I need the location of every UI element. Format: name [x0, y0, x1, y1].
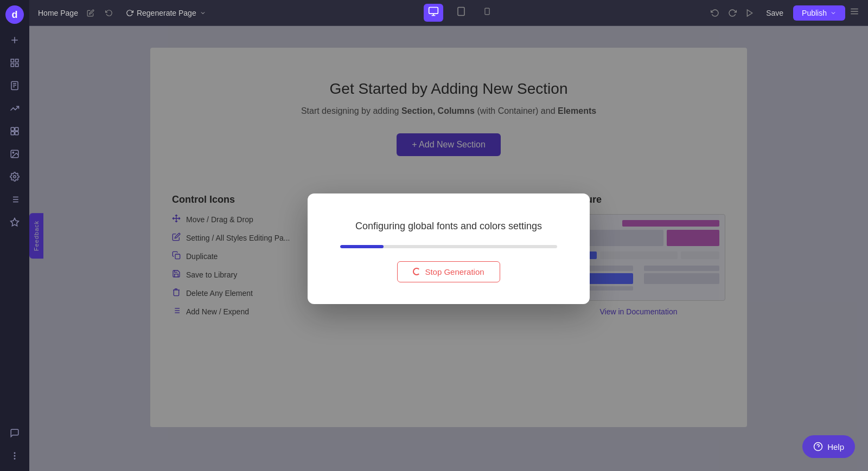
svg-marker-32: [747, 10, 752, 16]
stop-spinner-icon: [413, 268, 420, 275]
progress-bar-track: [340, 245, 557, 248]
publish-btn[interactable]: Publish: [793, 5, 845, 21]
save-btn[interactable]: Save: [761, 5, 789, 21]
svg-rect-9: [15, 127, 18, 131]
sidebar-item-chat[interactable]: [5, 423, 24, 443]
svg-point-23: [14, 453, 15, 454]
tablet-view-btn[interactable]: [452, 4, 470, 21]
help-btn[interactable]: Help: [802, 435, 855, 458]
svg-point-24: [14, 459, 15, 460]
modal-text: Configuring global fonts and colors sett…: [355, 221, 542, 232]
sidebar: d: [0, 0, 29, 471]
preview-btn[interactable]: [743, 7, 756, 20]
svg-marker-21: [11, 218, 19, 226]
svg-point-13: [12, 152, 14, 153]
help-label: Help: [827, 442, 844, 451]
desktop-view-btn[interactable]: [424, 4, 443, 22]
publish-label: Publish: [802, 9, 827, 17]
stop-label: Stop Generation: [425, 267, 484, 276]
canvas-area: Get Started by Adding New Section Start …: [29, 26, 868, 471]
sidebar-item-add[interactable]: [5, 30, 24, 50]
sidebar-item-grid[interactable]: [5, 53, 24, 73]
undo-btn[interactable]: [709, 7, 722, 20]
view-switcher: [217, 4, 702, 22]
sidebar-item-widgets[interactable]: [5, 121, 24, 141]
svg-rect-3: [16, 64, 18, 67]
sidebar-item-media[interactable]: [5, 144, 24, 164]
progress-bar-fill: [340, 245, 384, 248]
main-area: Home Page Regenerate Page: [29, 0, 868, 471]
regenerate-label: Regenerate Page: [137, 9, 196, 17]
svg-point-22: [14, 455, 15, 456]
svg-rect-0: [11, 59, 14, 62]
history-icon-btn[interactable]: [103, 7, 115, 19]
svg-rect-1: [16, 59, 18, 62]
regenerate-btn[interactable]: Regenerate Page: [122, 7, 210, 20]
app-logo[interactable]: d: [5, 5, 24, 24]
sidebar-item-plugins[interactable]: [5, 212, 24, 232]
sidebar-item-bottom-settings[interactable]: [5, 446, 24, 466]
sidebar-item-library[interactable]: [5, 190, 24, 209]
sidebar-item-page[interactable]: [5, 76, 24, 95]
svg-rect-11: [15, 132, 18, 135]
svg-rect-8: [11, 127, 14, 131]
sidebar-item-analytics[interactable]: [5, 99, 24, 118]
topbar: Home Page Regenerate Page: [29, 0, 868, 26]
redo-btn[interactable]: [726, 7, 739, 20]
stop-generation-btn[interactable]: Stop Generation: [397, 261, 500, 282]
sidebar-item-settings[interactable]: [5, 167, 24, 186]
svg-point-14: [14, 176, 16, 178]
page-name: Home Page: [38, 9, 78, 17]
svg-rect-25: [429, 8, 438, 14]
svg-rect-10: [11, 132, 14, 135]
progress-modal: Configuring global fonts and colors sett…: [308, 193, 590, 304]
edit-icon-btn[interactable]: [85, 7, 97, 19]
svg-rect-2: [11, 64, 14, 67]
menu-btn[interactable]: [850, 7, 859, 19]
topbar-right: Save Publish: [709, 5, 859, 21]
modal-overlay: Configuring global fonts and colors sett…: [29, 26, 868, 471]
mobile-view-btn[interactable]: [479, 4, 495, 21]
